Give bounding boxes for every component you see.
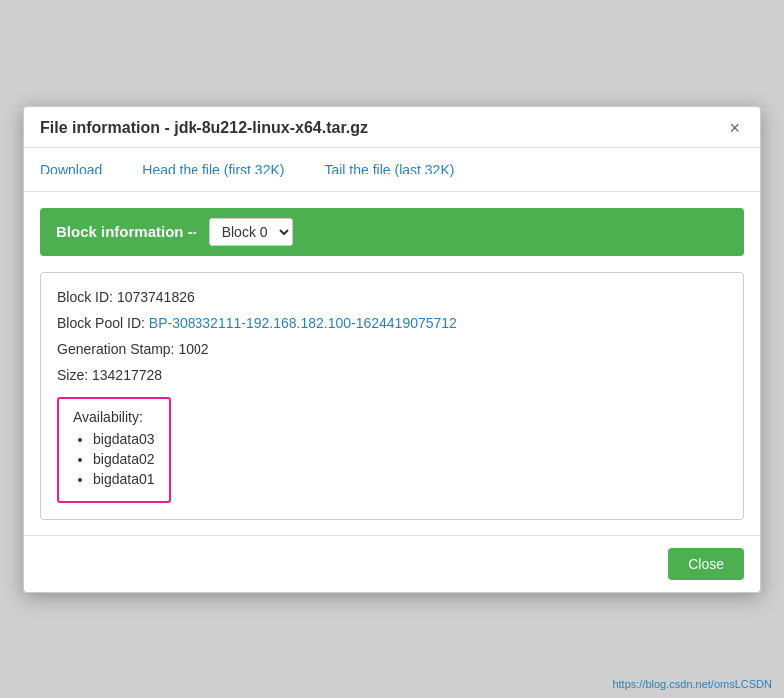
block-header: Block information -- Block 0 — [40, 208, 744, 256]
availability-label: Availability: — [73, 409, 155, 425]
modal-title: File information - jdk-8u212-linux-x64.t… — [40, 119, 368, 137]
modal-header: File information - jdk-8u212-linux-x64.t… — [24, 107, 760, 148]
size-value: 134217728 — [92, 367, 162, 383]
size-label: Size: — [57, 367, 88, 383]
generation-stamp-row: Generation Stamp: 1002 — [57, 341, 727, 357]
block-pool-id-value[interactable]: BP-308332111-192.168.182.100-16244190757… — [149, 315, 457, 331]
block-pool-id-label: Block Pool ID: — [57, 315, 145, 331]
block-header-label: Block information -- — [56, 223, 197, 240]
tail-file-link[interactable]: Tail the file (last 32K) — [324, 162, 454, 177]
file-information-modal: File information - jdk-8u212-linux-x64.t… — [23, 106, 761, 593]
modal-body: Block information -- Block 0 Block ID: 1… — [24, 192, 760, 535]
block-id-row: Block ID: 1073741826 — [57, 289, 727, 305]
generation-stamp-value: 1002 — [178, 341, 208, 357]
availability-box: Availability: bigdata03 bigdata02 bigdat… — [57, 397, 171, 503]
block-select[interactable]: Block 0 — [209, 218, 293, 246]
availability-list: bigdata03 bigdata02 bigdata01 — [73, 431, 155, 487]
block-id-value: 1073741826 — [117, 289, 195, 305]
list-item: bigdata03 — [93, 431, 155, 447]
modal-close-button[interactable]: × — [725, 119, 744, 137]
download-link[interactable]: Download — [40, 162, 102, 177]
head-file-link[interactable]: Head the file (first 32K) — [142, 162, 284, 177]
close-button[interactable]: Close — [668, 548, 744, 580]
size-row: Size: 134217728 — [57, 367, 727, 383]
generation-stamp-label: Generation Stamp: — [57, 341, 175, 357]
list-item: bigdata02 — [93, 451, 155, 467]
block-info-card: Block ID: 1073741826 Block Pool ID: BP-3… — [40, 272, 744, 520]
list-item: bigdata01 — [93, 471, 155, 487]
modal-footer: Close — [24, 535, 760, 592]
modal-links-bar: Download Head the file (first 32K) Tail … — [24, 148, 760, 192]
block-id-label: Block ID: — [57, 289, 113, 305]
bottom-hint: https://blog.csdn.net/omsLCSDN — [612, 678, 772, 690]
block-pool-id-row: Block Pool ID: BP-308332111-192.168.182.… — [57, 315, 727, 331]
